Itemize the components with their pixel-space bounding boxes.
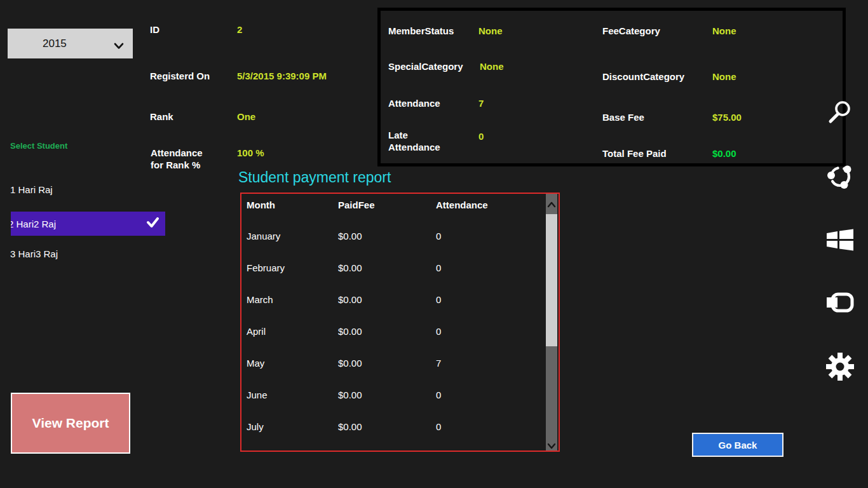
base-fee-label: Base Fee	[602, 111, 644, 123]
checkmark-icon	[147, 217, 159, 231]
view-report-button[interactable]: View Report	[11, 393, 130, 454]
total-fee-paid-label: Total Fee Paid	[602, 147, 667, 159]
settings-gear-icon[interactable]	[825, 352, 855, 381]
attendance-rank-value: 100 %	[237, 147, 264, 159]
table-cell-month: May	[247, 358, 264, 369]
rank-value: One	[237, 111, 255, 123]
special-category-value: None	[480, 60, 504, 72]
base-fee-value: $75.00	[712, 111, 742, 123]
fee-category-label: FeeCategory	[602, 25, 660, 37]
table-cell-paidfee: $0.00	[338, 326, 362, 337]
scrollbar-thumb[interactable]	[546, 214, 557, 346]
windows-start-icon[interactable]	[825, 226, 855, 255]
student-list-item-3[interactable]: 3 Hari3 Raj	[10, 248, 58, 259]
table-cell-paidfee: $0.00	[338, 390, 362, 400]
column-header-attendance: Attendance	[436, 200, 488, 210]
attendance-rank-label: Attendance for Rank %	[151, 147, 215, 171]
table-cell-paidfee: $0.00	[338, 294, 362, 305]
table-cell-month: April	[247, 326, 266, 337]
table-cell-month: March	[247, 294, 273, 305]
table-scrollbar[interactable]	[546, 194, 557, 451]
student-list-item-2-selected[interactable]: 2 Hari2 Raj	[11, 212, 165, 236]
student-list-item-label: 2 Hari2 Raj	[11, 219, 56, 229]
attendance-label: Attendance	[388, 97, 440, 109]
table-cell-paidfee: $0.00	[338, 262, 362, 273]
fee-category-value: None	[712, 25, 736, 37]
table-cell-attendance: 0	[436, 294, 441, 305]
special-category-label: SpecialCategory	[388, 60, 463, 72]
table-cell-attendance: 0	[436, 231, 441, 241]
column-header-paidfee: PaidFee	[338, 200, 375, 210]
view-report-label: View Report	[32, 416, 109, 431]
total-fee-paid-value: $0.00	[712, 147, 736, 159]
go-back-button[interactable]: Go Back	[692, 433, 783, 457]
rank-label: Rank	[150, 111, 173, 123]
table-cell-attendance: 0	[436, 262, 441, 273]
table-cell-attendance: 0	[436, 326, 441, 337]
chevron-down-icon	[114, 40, 124, 53]
year-dropdown-value: 2015	[43, 37, 67, 50]
scroll-down-icon[interactable]	[547, 440, 556, 447]
devices-icon[interactable]	[825, 288, 855, 318]
attendance-value: 7	[478, 97, 484, 109]
registered-on-label: Registerd On	[150, 70, 210, 82]
registered-on-value: 5/3/2015 9:39:09 PM	[237, 70, 327, 82]
column-header-month: Month	[247, 200, 275, 210]
scroll-up-icon[interactable]	[547, 199, 556, 205]
table-cell-month: June	[247, 390, 268, 400]
discount-category-value: None	[712, 71, 736, 83]
id-label: ID	[150, 24, 159, 36]
table-cell-attendance: 7	[436, 358, 441, 369]
select-student-heading: Select Student	[10, 141, 67, 151]
table-cell-month: July	[247, 421, 264, 432]
report-title: Student payment report	[238, 169, 391, 186]
year-dropdown[interactable]: 2015	[8, 29, 133, 58]
member-status-label: MemberStatus	[388, 25, 454, 37]
id-value: 2	[237, 24, 242, 36]
fee-summary-box: MemberStatus None SpecialCategory None A…	[377, 8, 846, 166]
table-cell-paidfee: $0.00	[338, 231, 362, 241]
table-cell-month: February	[247, 262, 285, 273]
member-status-value: None	[478, 25, 503, 37]
late-attendance-label: Late Attendance	[388, 129, 442, 153]
table-cell-paidfee: $0.00	[338, 358, 362, 369]
table-cell-month: January	[247, 231, 280, 241]
student-list-item-1[interactable]: 1 Hari Raj	[10, 184, 53, 195]
table-cell-attendance: 0	[436, 421, 441, 432]
share-icon[interactable]	[825, 162, 855, 191]
table-cell-paidfee: $0.00	[338, 421, 362, 432]
search-icon[interactable]	[825, 98, 855, 127]
go-back-label: Go Back	[719, 440, 757, 451]
late-attendance-value: 0	[478, 130, 484, 142]
table-cell-attendance: 0	[436, 390, 441, 400]
payment-report-table: Month PaidFee Attendance January $0.00 0…	[240, 193, 560, 452]
discount-category-label: DiscountCategory	[602, 71, 684, 83]
